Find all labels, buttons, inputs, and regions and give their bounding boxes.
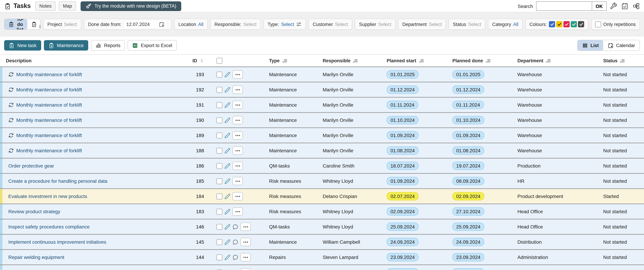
- more-actions-button[interactable]: [240, 268, 251, 270]
- toggle-all-tasks[interactable]: All tasks: [27, 19, 40, 30]
- filter-icon[interactable]: [620, 58, 625, 63]
- colour-checkbox-green[interactable]: [571, 21, 577, 27]
- more-actions-button[interactable]: [240, 222, 251, 231]
- edit-icon[interactable]: [224, 117, 230, 123]
- filter-department[interactable]: Department Select: [398, 19, 446, 30]
- structure-icon[interactable]: [632, 3, 640, 10]
- task-description-link[interactable]: Monthly maintenance of forklift: [16, 72, 82, 77]
- sliders-icon[interactable]: [296, 22, 302, 27]
- task-description-link[interactable]: Review product strategy: [8, 209, 60, 214]
- wrench-icon[interactable]: [610, 3, 617, 10]
- comment-icon[interactable]: [232, 239, 238, 245]
- row-checkbox[interactable]: [216, 117, 222, 123]
- edit-icon[interactable]: [224, 163, 230, 169]
- task-description-link[interactable]: Monthly maintenance of forklift: [16, 117, 82, 123]
- filter-customer[interactable]: Customer Select: [308, 19, 352, 30]
- filter-icon[interactable]: [419, 58, 424, 63]
- row-checkbox[interactable]: [216, 87, 222, 93]
- more-actions-button[interactable]: [240, 238, 251, 246]
- edit-icon[interactable]: [224, 72, 230, 77]
- row-checkbox[interactable]: [216, 208, 222, 214]
- reports-button[interactable]: Reports: [91, 40, 125, 51]
- tab-map[interactable]: Map: [59, 2, 76, 11]
- filter-icon[interactable]: [546, 58, 551, 63]
- row-checkbox[interactable]: [216, 163, 222, 169]
- colour-checkbox-dark-gray[interactable]: [578, 21, 584, 27]
- task-description-link[interactable]: Repair welding equipment: [8, 254, 64, 260]
- edit-icon[interactable]: [224, 178, 230, 184]
- search-ok-button[interactable]: OK: [592, 2, 606, 11]
- filter-supplier[interactable]: Supplier Select: [355, 19, 395, 30]
- filter-category[interactable]: Category All: [488, 19, 522, 30]
- more-actions-button[interactable]: [232, 70, 243, 79]
- row-checkbox[interactable]: [216, 239, 222, 245]
- date-input[interactable]: 12.07.2024: [124, 20, 168, 29]
- filter-project[interactable]: Project Select: [43, 19, 81, 30]
- task-description-link[interactable]: Implement continuous improvement initiat…: [8, 239, 106, 245]
- only-repetitions-checkbox[interactable]: [595, 21, 601, 27]
- row-checkbox[interactable]: [216, 148, 222, 154]
- more-actions-button[interactable]: [232, 86, 243, 94]
- filter-responsible[interactable]: Responsible: Select: [210, 19, 260, 30]
- filter-location[interactable]: Location All: [174, 19, 208, 30]
- colour-checkbox-red[interactable]: [564, 21, 570, 27]
- task-description-link[interactable]: Create a procedure for handling personal…: [8, 178, 108, 184]
- filter-done-date-from[interactable]: Done date from: 12.07.2024: [84, 19, 172, 30]
- more-actions-button[interactable]: [232, 177, 243, 185]
- export-excel-button[interactable]: Export to Excel: [128, 40, 177, 51]
- filter-icon[interactable]: [486, 58, 490, 63]
- select-all-checkbox[interactable]: [216, 58, 222, 64]
- calendar-17-icon[interactable]: [621, 3, 628, 10]
- colour-checkbox-blue[interactable]: [549, 21, 555, 27]
- comment-icon[interactable]: [232, 254, 238, 260]
- more-actions-button[interactable]: [232, 146, 243, 155]
- more-actions-button[interactable]: [232, 131, 243, 139]
- sort-icon[interactable]: [200, 58, 204, 63]
- edit-icon[interactable]: [224, 224, 230, 230]
- search-input[interactable]: [536, 2, 592, 11]
- more-actions-button[interactable]: [232, 116, 243, 124]
- filter-icon[interactable]: [353, 58, 358, 63]
- task-description-link[interactable]: Monthly maintenance of forklift: [16, 148, 82, 153]
- task-description-link[interactable]: Inspect safety procedures compliance: [8, 224, 90, 229]
- more-actions-button[interactable]: [240, 253, 251, 261]
- edit-icon[interactable]: [224, 132, 230, 138]
- more-actions-button[interactable]: [232, 162, 243, 170]
- new-task-button[interactable]: New task: [4, 40, 41, 51]
- toggle-todo-list[interactable]: To-do list: [4, 19, 27, 30]
- edit-icon[interactable]: [224, 254, 230, 260]
- row-checkbox[interactable]: [216, 224, 222, 230]
- more-actions-button[interactable]: [232, 192, 243, 200]
- colour-checkbox-yellow[interactable]: [556, 21, 562, 27]
- more-actions-button[interactable]: [232, 101, 243, 109]
- view-list-button[interactable]: List: [578, 40, 603, 51]
- filter-only-repetitions[interactable]: Only repetitions: [591, 19, 640, 30]
- task-description-link[interactable]: Monthly maintenance of forklift: [16, 133, 82, 138]
- filter-status[interactable]: Status Select: [449, 19, 486, 30]
- edit-icon[interactable]: [224, 87, 230, 93]
- more-actions-button[interactable]: [232, 207, 243, 216]
- beta-design-button[interactable]: Try the module with new design (BETA): [81, 1, 181, 11]
- view-calendar-button[interactable]: Calendar: [603, 40, 640, 51]
- comment-icon[interactable]: [232, 224, 238, 230]
- filter-icon[interactable]: [282, 58, 287, 63]
- filter-type[interactable]: Type: Select: [264, 19, 306, 30]
- tab-notes[interactable]: Notes: [35, 2, 56, 11]
- edit-icon[interactable]: [224, 148, 230, 154]
- maintenance-button[interactable]: Maintenance: [44, 40, 88, 51]
- edit-icon[interactable]: [224, 193, 230, 199]
- task-description-link[interactable]: Monthly maintenance of forklift: [16, 102, 82, 108]
- edit-icon[interactable]: [224, 239, 230, 245]
- row-checkbox[interactable]: [216, 254, 222, 260]
- task-description-link[interactable]: Monthly maintenance of forklift: [16, 87, 82, 92]
- edit-icon[interactable]: [224, 102, 230, 108]
- edit-icon[interactable]: [224, 208, 230, 214]
- only-repetitions-label: Only repetitions: [603, 22, 636, 27]
- row-checkbox[interactable]: [216, 132, 222, 138]
- row-checkbox[interactable]: [216, 72, 222, 77]
- row-checkbox[interactable]: [216, 193, 222, 199]
- task-description-link[interactable]: Evaluate investment in new products: [8, 193, 87, 199]
- row-checkbox[interactable]: [216, 102, 222, 108]
- row-checkbox[interactable]: [216, 178, 222, 184]
- task-description-link[interactable]: Order protective gear: [8, 163, 54, 169]
